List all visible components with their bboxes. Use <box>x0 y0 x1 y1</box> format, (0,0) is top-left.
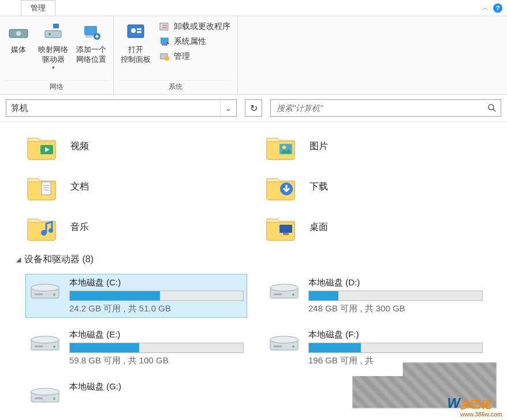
open-control-panel-button[interactable]: 打开 控制面板 <box>118 18 153 67</box>
svg-point-40 <box>270 336 298 343</box>
svg-point-32 <box>270 284 298 291</box>
drive-capacity-bar <box>69 291 244 301</box>
ribbon-tab-bar: 管理 ︿ ? <box>0 0 507 16</box>
hard-drive-icon <box>29 381 61 406</box>
library-item-music[interactable]: 音乐 <box>25 212 247 242</box>
downloads-folder-icon <box>264 172 297 202</box>
svg-point-16 <box>489 105 494 110</box>
hard-drive-icon <box>268 329 300 354</box>
add-loc-label: 添加一个 网络位置 <box>76 45 106 65</box>
group-system-label: 系统 <box>118 80 233 93</box>
address-bar-row: 算机 ⌄ ↻ <box>0 95 507 122</box>
sysprops-label: 系统属性 <box>174 36 206 47</box>
svg-point-36 <box>31 336 59 343</box>
svg-rect-38 <box>35 345 43 347</box>
collapse-ribbon-icon[interactable]: ︿ <box>482 3 489 12</box>
library-item-downloads[interactable]: 下载 <box>264 172 486 202</box>
svg-rect-21 <box>42 182 51 195</box>
drive-capacity-text: 59.8 GB 可用 , 共 100 GB <box>69 355 244 366</box>
library-item-videos[interactable]: 视频 <box>25 131 247 161</box>
svg-rect-42 <box>274 345 282 347</box>
drive-name: 本地磁盘 (F:) <box>308 329 483 340</box>
tab-manage[interactable]: 管理 <box>21 0 55 16</box>
sysprops-icon <box>159 36 170 47</box>
address-box[interactable]: 算机 ⌄ <box>6 99 237 117</box>
dropdown-icon: ▾ <box>52 65 55 72</box>
help-icon[interactable]: ? <box>493 3 502 13</box>
add-network-location-button[interactable]: 添加一个 网络位置 <box>74 18 109 67</box>
drive-item[interactable]: 本地磁盘 (E:)59.8 GB 可用 , 共 100 GB <box>25 326 247 370</box>
hard-drive-icon <box>29 329 61 354</box>
media-label: 媒体 <box>11 45 26 55</box>
svg-point-28 <box>31 284 59 291</box>
ribbon-group-network: 媒体 映射网络 驱动器 ▾ 添加一个 网络位置 网络 <box>0 16 114 94</box>
drive-item[interactable]: 本地磁盘 (F:)196 GB 可用 , 共 <box>264 326 486 370</box>
drive-capacity-bar <box>308 343 483 353</box>
svg-point-33 <box>292 293 294 296</box>
drive-capacity-text: 248 GB 可用 , 共 300 GB <box>308 303 483 314</box>
refresh-icon: ↻ <box>250 103 258 114</box>
search-icon[interactable] <box>483 103 501 113</box>
system-properties-link[interactable]: 系统属性 <box>159 36 230 47</box>
pictures-folder-icon <box>264 131 297 161</box>
svg-rect-11 <box>160 23 168 30</box>
library-label: 下载 <box>310 181 328 193</box>
svg-rect-30 <box>35 293 43 295</box>
search-input[interactable] <box>271 103 483 113</box>
ribbon: 媒体 映射网络 驱动器 ▾ 添加一个 网络位置 网络 <box>0 16 507 95</box>
svg-point-3 <box>49 33 51 35</box>
svg-point-44 <box>31 388 59 395</box>
hard-drive-icon <box>29 277 61 302</box>
svg-point-24 <box>49 228 53 233</box>
address-dropdown-icon[interactable]: ⌄ <box>220 100 236 116</box>
ribbon-group-system: 打开 控制面板 卸载或更改程序 系统属性 管理 系统 <box>114 16 238 94</box>
library-label: 图片 <box>310 140 328 153</box>
watermark: W 乡巴佬 www.386w.com <box>447 395 502 418</box>
group-network-label: 网络 <box>5 80 109 93</box>
drive-item[interactable]: 本地磁盘 (G:) <box>25 378 247 409</box>
svg-rect-9 <box>137 28 141 30</box>
section-title: 设备和驱动器 (8) <box>24 254 94 266</box>
library-item-pictures[interactable]: 图片 <box>264 131 486 161</box>
svg-point-41 <box>292 345 294 348</box>
svg-point-45 <box>53 397 55 400</box>
control-panel-icon <box>124 21 147 43</box>
add-location-icon <box>80 21 103 43</box>
svg-point-1 <box>16 31 21 36</box>
map-network-drive-button[interactable]: 映射网络 驱动器 ▾ <box>36 18 70 73</box>
uninstall-programs-link[interactable]: 卸载或更改程序 <box>159 21 230 32</box>
disclosure-icon: ◢ <box>16 256 21 263</box>
map-drive-label: 映射网络 驱动器 <box>38 45 68 65</box>
search-box[interactable] <box>270 99 501 117</box>
media-button[interactable]: 媒体 <box>5 18 32 57</box>
network-drive-icon <box>42 21 65 43</box>
media-icon <box>7 21 30 43</box>
library-label: 桌面 <box>310 221 328 233</box>
drive-item[interactable]: 本地磁盘 (C:)24.2 GB 可用 , 共 51.0 GB <box>25 274 247 318</box>
svg-point-37 <box>53 345 55 348</box>
desktop-folder-icon <box>264 212 297 242</box>
svg-point-15 <box>165 56 169 61</box>
svg-point-29 <box>53 293 55 296</box>
library-label: 视频 <box>70 140 89 153</box>
manage-link[interactable]: 管理 <box>159 51 230 62</box>
uninstall-icon <box>159 21 170 32</box>
svg-point-20 <box>282 146 286 149</box>
manage-icon <box>159 51 170 62</box>
videos-folder-icon <box>25 131 58 161</box>
drive-capacity-bar <box>308 291 483 301</box>
svg-rect-10 <box>137 31 141 33</box>
refresh-button[interactable]: ↻ <box>245 99 262 117</box>
drive-item[interactable]: 本地磁盘 (D:)248 GB 可用 , 共 300 GB <box>264 274 486 318</box>
drive-name: 本地磁盘 (E:) <box>69 329 244 340</box>
address-text: 算机 <box>6 103 220 114</box>
library-item-desktop[interactable]: 桌面 <box>264 212 486 242</box>
svg-point-8 <box>131 28 136 33</box>
section-devices-drives[interactable]: ◢ 设备和驱动器 (8) <box>2 248 500 272</box>
music-folder-icon <box>25 212 58 242</box>
svg-rect-34 <box>274 293 282 295</box>
content-pane: 视频图片文档下载音乐桌面 ◢ 设备和驱动器 (8) 本地磁盘 (C:)24.2 … <box>0 122 507 420</box>
library-item-documents[interactable]: 文档 <box>25 172 247 202</box>
library-label: 音乐 <box>70 221 89 233</box>
library-label: 文档 <box>70 181 89 193</box>
